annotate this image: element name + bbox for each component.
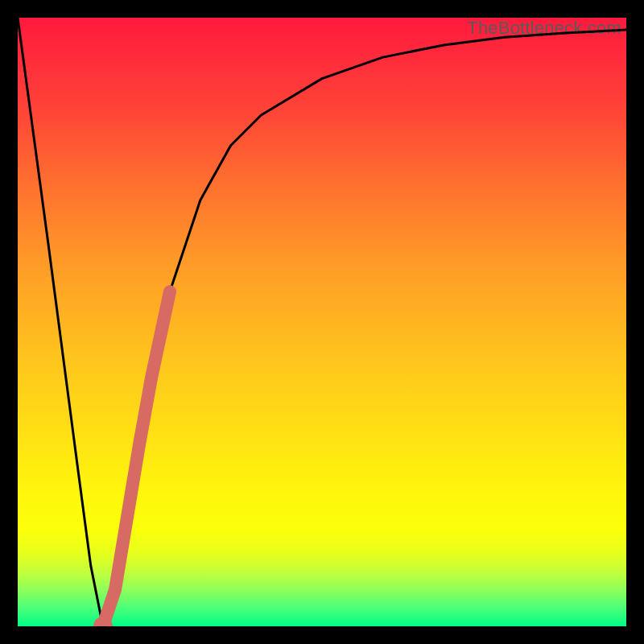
highlight-segment bbox=[103, 291, 170, 626]
bottleneck-curve bbox=[18, 18, 626, 626]
outer-frame: TheBottleneck.com bbox=[0, 0, 644, 644]
chart-svg bbox=[18, 18, 626, 626]
plot-area: TheBottleneck.com bbox=[18, 18, 626, 626]
curve-path bbox=[18, 18, 626, 626]
